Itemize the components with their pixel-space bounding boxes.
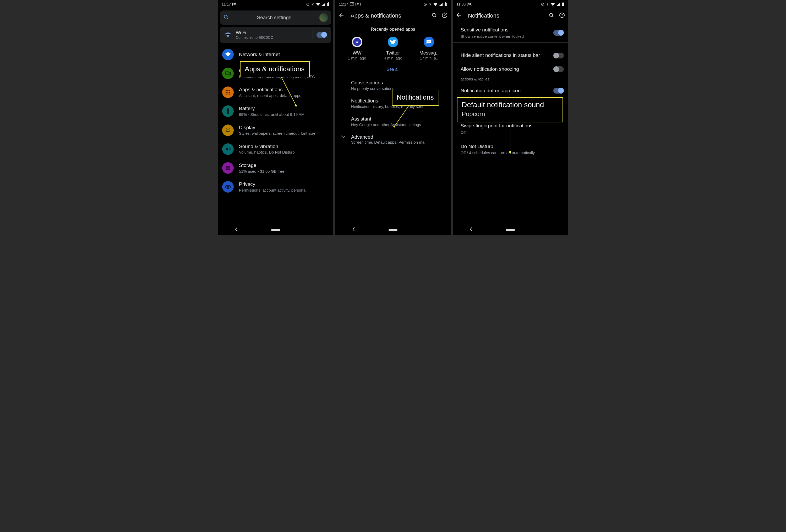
row-title: Sensitive notifications xyxy=(461,27,553,33)
entry-advanced[interactable]: Advanced Screen time, Default apps, Perm… xyxy=(336,131,450,148)
phone-notifications: 11:30 31 Notifications Sensitive notific… xyxy=(453,0,568,235)
entry-assistant[interactable]: Assistant Hey Google and other Assistant… xyxy=(336,112,450,131)
storage-icon xyxy=(222,162,234,174)
twitter-icon xyxy=(388,37,398,47)
entry-conversations[interactable]: Conversations No priority conversations xyxy=(336,76,450,94)
toggle-switch[interactable] xyxy=(553,30,564,36)
svg-rect-36 xyxy=(562,3,564,6)
row-display[interactable]: DisplayStyles, wallpapers, screen timeou… xyxy=(218,121,333,140)
back-gesture-icon[interactable] xyxy=(352,227,355,233)
see-all-apps[interactable]: See all xyxy=(336,63,450,76)
help-icon[interactable] xyxy=(559,12,565,19)
apps-icon xyxy=(222,87,234,98)
row-title: Network & internet xyxy=(239,51,329,58)
row-subtitle: Styles, wallpapers, screen timeout, font… xyxy=(239,131,329,136)
search-settings[interactable]: Search settings xyxy=(220,10,331,25)
search-icon[interactable] xyxy=(431,12,437,19)
row-swipe-fingerprint[interactable]: Swipe fingerprint for notificationsOff xyxy=(453,118,568,138)
toggle-snoozing[interactable]: Allow notification snoozing xyxy=(453,62,568,76)
row-title: Sound & vibration xyxy=(239,143,329,150)
toggle-switch[interactable] xyxy=(553,88,564,94)
home-pill[interactable] xyxy=(506,229,515,231)
svg-rect-15 xyxy=(227,109,229,114)
svg-point-7 xyxy=(227,90,229,91)
wifi-icon xyxy=(224,31,232,39)
toggle-notification-dot[interactable]: Notification dot on app icon xyxy=(453,83,568,98)
row-suggested-hidden: actions & replies xyxy=(453,76,568,83)
app-icon: W xyxy=(352,37,362,47)
svg-rect-18 xyxy=(226,166,230,167)
row-sound[interactable]: Sound & vibrationVolume, haptics, Do Not… xyxy=(218,140,333,159)
svg-point-10 xyxy=(227,92,229,93)
row-storage[interactable]: Storage51% used - 31.65 GB free xyxy=(218,159,333,178)
battery-icon xyxy=(222,106,234,117)
phone-apps-notifications: 11:17 31 Apps & notifications Recently o… xyxy=(336,0,450,235)
entry-title: Conversations xyxy=(351,80,450,86)
wifi-title: Wi-Fi xyxy=(236,30,309,36)
search-icon[interactable] xyxy=(549,12,554,19)
row-subtitle: Show sensitive content when locked xyxy=(461,34,553,39)
row-connected-devices[interactable]: Connected devicesBluetooth, Android Auto… xyxy=(218,64,333,83)
home-pill[interactable] xyxy=(271,229,280,231)
row-network[interactable]: Network & internet xyxy=(218,45,333,64)
search-icon xyxy=(223,14,229,21)
home-pill[interactable] xyxy=(389,229,397,231)
svg-point-11 xyxy=(229,92,230,93)
appbar: Apps & notifications xyxy=(336,8,450,23)
wifi-toggle[interactable] xyxy=(317,32,327,38)
entry-subtitle: No priority conversations xyxy=(351,86,450,91)
toggle-switch[interactable] xyxy=(553,66,564,72)
status-bar: 11:30 31 xyxy=(453,0,568,8)
back-icon[interactable] xyxy=(456,12,462,19)
system-nav-bar xyxy=(453,225,568,235)
svg-rect-2 xyxy=(328,2,329,3)
entry-subtitle: Hey Google and other Assistant settings xyxy=(351,122,450,127)
svg-rect-1 xyxy=(327,3,329,6)
svg-point-3 xyxy=(224,15,227,18)
row-title: Connected devices xyxy=(239,68,329,74)
settings-list: Network & internet Connected devicesBlue… xyxy=(218,45,333,203)
row-default-sound[interactable]: Default notification soundPopcorn xyxy=(453,97,568,118)
back-icon[interactable] xyxy=(339,12,345,19)
row-subtitle: Off xyxy=(461,130,564,135)
back-gesture-icon[interactable] xyxy=(234,227,238,233)
status-icons xyxy=(306,2,330,6)
toggle-switch[interactable] xyxy=(553,53,564,59)
row-dnd[interactable]: Do Not DisturbOff / 4 schedules can turn… xyxy=(453,139,568,159)
avatar[interactable] xyxy=(319,13,328,22)
back-gesture-icon[interactable] xyxy=(469,227,473,233)
svg-point-12 xyxy=(226,94,227,95)
row-subtitle: 89% - Should last until about 9:15 AM xyxy=(239,112,329,117)
toggle-sensitive-notifications[interactable]: Sensitive notificationsShow sensitive co… xyxy=(453,23,568,43)
svg-point-9 xyxy=(226,92,227,93)
recent-app-ww[interactable]: W WW 1 min. ago xyxy=(341,37,373,60)
status-time: 11:30 xyxy=(456,2,466,6)
app-time: 17 min. a.. xyxy=(420,56,438,60)
privacy-icon xyxy=(222,181,234,193)
toggle-hide-silent[interactable]: Hide silent notifications in status bar xyxy=(453,48,568,62)
recent-app-twitter[interactable]: Twitter 4 min. ago xyxy=(377,37,409,60)
row-apps-notifications[interactable]: Apps & notificationsAssistant, recent ap… xyxy=(218,83,333,102)
row-privacy[interactable]: PrivacyPermissions, account activity, pe… xyxy=(218,178,333,203)
recently-opened-header: Recently opened apps xyxy=(336,23,450,34)
app-name: Messag.. xyxy=(419,50,439,56)
row-title: Display xyxy=(239,124,329,131)
svg-point-8 xyxy=(229,90,230,91)
help-icon[interactable] xyxy=(442,12,447,19)
row-subtitle: 51% used - 31.65 GB free xyxy=(239,169,329,174)
brightness-icon xyxy=(222,124,234,136)
row-subtitle: Assistant, recent apps, default apps xyxy=(239,93,329,98)
entry-notifications[interactable]: Notifications Notification history, bubb… xyxy=(336,94,450,112)
row-title: Do Not Disturb xyxy=(461,143,564,150)
svg-point-6 xyxy=(226,90,227,91)
entry-title: Advanced xyxy=(351,134,446,140)
gmail-icon xyxy=(350,2,354,6)
entry-subtitle: Screen time, Default apps, Permission ma… xyxy=(351,140,446,144)
entry-title: Assistant xyxy=(351,116,450,122)
wifi-quick-toggle[interactable]: Wi-Fi Connected to E0C0CC xyxy=(220,27,331,43)
phone-settings: 11:17 31 Search settings Wi-Fi Connecte xyxy=(218,0,333,235)
row-title: Notification dot on app icon xyxy=(461,88,553,94)
app-name: WW xyxy=(353,50,362,56)
recent-app-messages[interactable]: Messag.. 17 min. a.. xyxy=(413,37,445,60)
row-battery[interactable]: Battery89% - Should last until about 9:1… xyxy=(218,102,333,120)
